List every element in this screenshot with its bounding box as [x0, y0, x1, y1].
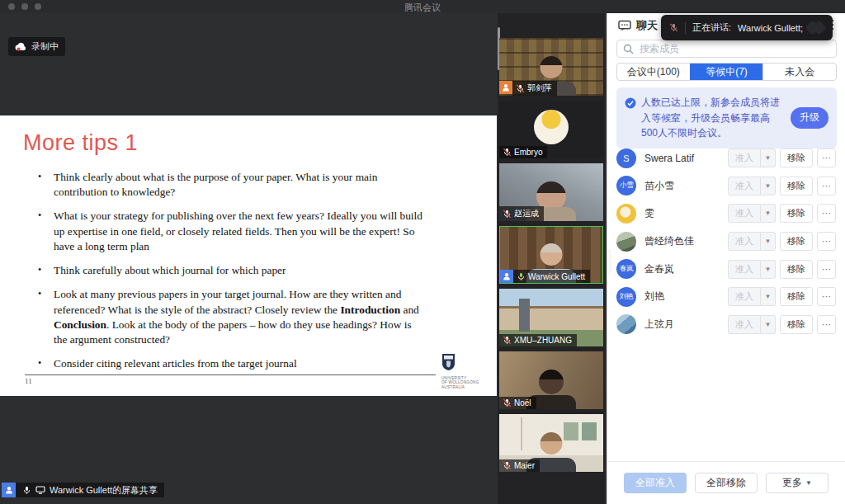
window-titlebar: 腾讯会议	[0, 0, 845, 13]
member-role-badge	[500, 270, 513, 283]
member-avatar: 春岚	[616, 259, 636, 279]
admit-button[interactable]: 准入	[728, 204, 761, 223]
speaking-label: 正在讲话:	[692, 21, 731, 34]
admit-dropdown-arrow[interactable]: ▼	[761, 287, 776, 306]
slide-title: More tips 1	[23, 130, 138, 156]
member-avatar	[616, 314, 636, 334]
member-name: Swera Latif	[644, 153, 728, 164]
slide-bullet: Think clearly about what is the purpose …	[36, 170, 422, 200]
admit-all-button[interactable]: 全部准入	[624, 473, 687, 493]
tile-name-bar: 赵运成	[499, 206, 544, 221]
chat-bubble-icon	[618, 20, 631, 31]
slide-bullet: Consider citing relevant articles from t…	[36, 356, 422, 371]
admit-dropdown-arrow[interactable]: ▼	[761, 260, 776, 279]
video-tile[interactable]: XMU–ZHUANG	[499, 289, 603, 346]
search-members-input[interactable]	[638, 42, 830, 55]
row-more-button[interactable]: ⋯	[817, 204, 836, 223]
member-row: 曾经绮色佳准入▼移除⋯	[607, 228, 845, 256]
row-more-button[interactable]: ⋯	[817, 315, 836, 334]
participant-name-badge: Maier	[499, 459, 540, 472]
admit-dropdown-arrow[interactable]: ▼	[761, 148, 776, 167]
person-icon	[5, 486, 13, 494]
video-tile[interactable]: Embryo	[499, 101, 603, 158]
member-filter-tab[interactable]: 等候中(7)	[690, 64, 763, 80]
member-name: 苗小雪	[644, 179, 728, 193]
tile-name-bar: Embryo	[499, 146, 547, 158]
participant-name-badge: 赵运成	[499, 206, 544, 221]
row-more-button[interactable]: ⋯	[817, 287, 836, 306]
participant-name: Warwick Gullett	[528, 272, 585, 281]
row-more-button[interactable]: ⋯	[817, 177, 836, 195]
member-avatar	[616, 232, 636, 252]
participant-name: Embryo	[514, 148, 542, 157]
remove-button[interactable]: 移除	[780, 287, 813, 306]
member-avatar: 小雪	[616, 176, 636, 195]
admit-button[interactable]: 准入	[728, 232, 761, 251]
speaking-names: Warwick Gullett;	[738, 23, 803, 33]
chevron-down-icon: ▼	[805, 479, 812, 487]
member-row-actions: 准入▼移除⋯	[728, 315, 836, 334]
tile-name-bar: XMU–ZHUANG	[499, 334, 577, 346]
admit-dropdown-arrow[interactable]: ▼	[761, 177, 776, 195]
member-row-actions: 准入▼移除⋯	[728, 232, 836, 251]
remove-button[interactable]: 移除	[780, 232, 813, 251]
video-tile[interactable]: Maier	[499, 414, 603, 472]
admit-button[interactable]: 准入	[728, 260, 761, 279]
remove-all-button[interactable]: 全部移除	[695, 473, 758, 493]
upgrade-button[interactable]: 升级	[791, 107, 828, 129]
tencent-meeting-window: 腾讯会议 录制中 More tips 1 Think clearly about…	[0, 0, 845, 504]
recording-label: 录制中	[31, 40, 59, 53]
mic-muted-icon	[503, 336, 512, 345]
admit-split-button: 准入▼	[728, 232, 776, 251]
video-thumbnail-strip: 郭剑萍Embryo赵运成Warwick GullettXMU–ZHUANGNoë…	[498, 13, 605, 504]
admit-button[interactable]: 准入	[728, 177, 761, 195]
capacity-notice-text: 人数已达上限，新参会成员将进入等候室，升级会员畅享最高500人不限时会议。	[641, 95, 786, 141]
mic-muted-icon	[503, 398, 512, 407]
member-filter-tab[interactable]: 未入会	[762, 64, 836, 80]
participant-name-badge: Warwick Gullett	[513, 270, 590, 283]
video-tile[interactable]: 郭剑萍	[499, 38, 603, 96]
tile-name-bar: Noël	[499, 397, 536, 409]
member-row: 雯准入▼移除⋯	[607, 200, 845, 228]
mic-muted-icon	[503, 210, 512, 219]
row-more-button[interactable]: ⋯	[817, 148, 836, 167]
admit-dropdown-arrow[interactable]: ▼	[761, 204, 776, 223]
remove-button[interactable]: 移除	[780, 315, 813, 334]
participant-name-badge: Embryo	[499, 146, 547, 158]
member-row: SSwera Latif准入▼移除⋯	[607, 144, 845, 172]
person-icon	[502, 83, 510, 92]
video-tile[interactable]: 赵运成	[499, 163, 603, 221]
mic-muted-icon	[503, 461, 512, 470]
sharer-role-badge	[2, 483, 16, 497]
member-row-actions: 准入▼移除⋯	[728, 204, 836, 223]
admit-button[interactable]: 准入	[728, 148, 761, 167]
video-tile[interactable]: Noël	[499, 351, 603, 409]
admit-split-button: 准入▼	[728, 260, 776, 279]
member-name: 刘艳	[644, 290, 728, 304]
admit-button[interactable]: 准入	[728, 287, 761, 306]
remove-button[interactable]: 移除	[780, 260, 813, 279]
check-badge-icon	[625, 97, 636, 109]
member-row-actions: 准入▼移除⋯	[728, 287, 836, 306]
row-more-button[interactable]: ⋯	[817, 232, 836, 251]
member-filter-tab[interactable]: 会议中(100)	[617, 64, 690, 80]
chat-tab-label: 聊天	[636, 18, 658, 33]
university-logo: UNIVERSITY OF WOLLONGONG AUSTRALIA	[441, 353, 483, 389]
remove-button[interactable]: 移除	[780, 177, 813, 195]
mic-icon	[22, 486, 31, 495]
tab-chat[interactable]: 聊天	[618, 18, 658, 33]
mic-muted-icon	[516, 84, 525, 93]
slide-bullet-list: Think clearly about what is the purpose …	[36, 170, 422, 380]
admit-button[interactable]: 准入	[728, 315, 761, 334]
row-more-button[interactable]: ⋯	[817, 260, 836, 279]
member-row: 小雪苗小雪准入▼移除⋯	[607, 172, 845, 200]
remove-button[interactable]: 移除	[780, 204, 813, 223]
remove-button[interactable]: 移除	[780, 148, 813, 167]
admit-dropdown-arrow[interactable]: ▼	[761, 232, 776, 251]
admit-dropdown-arrow[interactable]: ▼	[761, 315, 776, 334]
recording-badge: 录制中	[8, 37, 65, 56]
tile-name-bar: Maier	[499, 459, 540, 472]
more-actions-button[interactable]: 更多 ▼	[766, 473, 828, 493]
member-filter-tabs: 会议中(100)等候中(7)未入会	[616, 63, 837, 81]
video-tile[interactable]: Warwick Gullett	[499, 226, 603, 284]
